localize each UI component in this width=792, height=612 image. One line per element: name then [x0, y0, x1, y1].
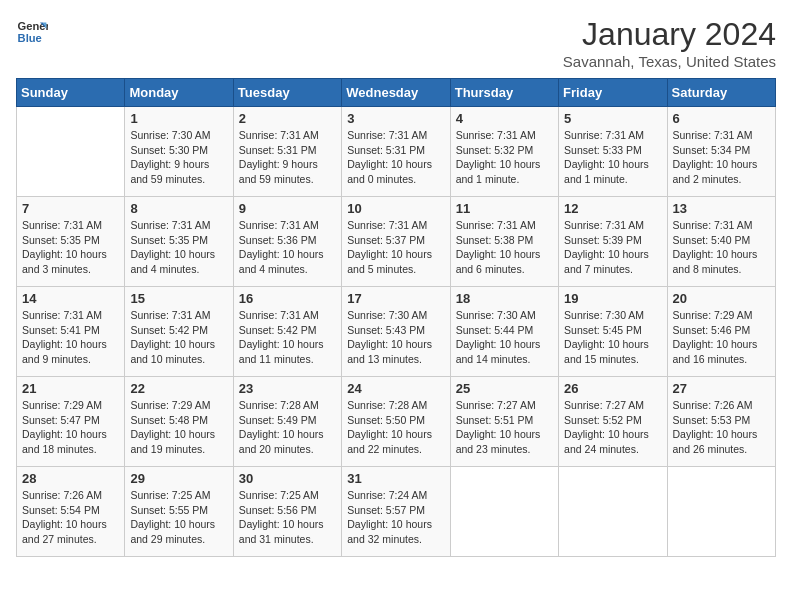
week-row-3: 14Sunrise: 7:31 AMSunset: 5:41 PMDayligh…: [17, 287, 776, 377]
calendar-cell: 22Sunrise: 7:29 AMSunset: 5:48 PMDayligh…: [125, 377, 233, 467]
calendar-cell: 30Sunrise: 7:25 AMSunset: 5:56 PMDayligh…: [233, 467, 341, 557]
calendar-cell: 17Sunrise: 7:30 AMSunset: 5:43 PMDayligh…: [342, 287, 450, 377]
day-number: 29: [130, 471, 227, 486]
header-row: SundayMondayTuesdayWednesdayThursdayFrid…: [17, 79, 776, 107]
day-info: Sunrise: 7:29 AMSunset: 5:48 PMDaylight:…: [130, 398, 227, 457]
calendar-cell: 26Sunrise: 7:27 AMSunset: 5:52 PMDayligh…: [559, 377, 667, 467]
title-section: January 2024 Savannah, Texas, United Sta…: [563, 16, 776, 70]
day-number: 23: [239, 381, 336, 396]
day-info: Sunrise: 7:29 AMSunset: 5:46 PMDaylight:…: [673, 308, 770, 367]
day-header-monday: Monday: [125, 79, 233, 107]
week-row-4: 21Sunrise: 7:29 AMSunset: 5:47 PMDayligh…: [17, 377, 776, 467]
day-number: 17: [347, 291, 444, 306]
day-info: Sunrise: 7:31 AMSunset: 5:31 PMDaylight:…: [347, 128, 444, 187]
calendar-cell: 29Sunrise: 7:25 AMSunset: 5:55 PMDayligh…: [125, 467, 233, 557]
day-info: Sunrise: 7:31 AMSunset: 5:36 PMDaylight:…: [239, 218, 336, 277]
logo-icon: General Blue: [16, 16, 48, 48]
calendar-cell: 31Sunrise: 7:24 AMSunset: 5:57 PMDayligh…: [342, 467, 450, 557]
day-info: Sunrise: 7:31 AMSunset: 5:42 PMDaylight:…: [239, 308, 336, 367]
calendar-cell: 16Sunrise: 7:31 AMSunset: 5:42 PMDayligh…: [233, 287, 341, 377]
svg-text:Blue: Blue: [18, 32, 42, 44]
calendar-cell: 4Sunrise: 7:31 AMSunset: 5:32 PMDaylight…: [450, 107, 558, 197]
page-container: General Blue January 2024 Savannah, Texa…: [16, 16, 776, 557]
day-number: 6: [673, 111, 770, 126]
day-number: 24: [347, 381, 444, 396]
calendar-cell: 6Sunrise: 7:31 AMSunset: 5:34 PMDaylight…: [667, 107, 775, 197]
day-info: Sunrise: 7:31 AMSunset: 5:35 PMDaylight:…: [22, 218, 119, 277]
calendar-cell: [667, 467, 775, 557]
week-row-2: 7Sunrise: 7:31 AMSunset: 5:35 PMDaylight…: [17, 197, 776, 287]
header: General Blue January 2024 Savannah, Texa…: [16, 16, 776, 70]
day-info: Sunrise: 7:31 AMSunset: 5:38 PMDaylight:…: [456, 218, 553, 277]
day-number: 11: [456, 201, 553, 216]
calendar-cell: 7Sunrise: 7:31 AMSunset: 5:35 PMDaylight…: [17, 197, 125, 287]
day-info: Sunrise: 7:31 AMSunset: 5:33 PMDaylight:…: [564, 128, 661, 187]
day-number: 1: [130, 111, 227, 126]
calendar-cell: 11Sunrise: 7:31 AMSunset: 5:38 PMDayligh…: [450, 197, 558, 287]
day-info: Sunrise: 7:27 AMSunset: 5:51 PMDaylight:…: [456, 398, 553, 457]
day-number: 9: [239, 201, 336, 216]
day-info: Sunrise: 7:31 AMSunset: 5:41 PMDaylight:…: [22, 308, 119, 367]
day-number: 27: [673, 381, 770, 396]
day-number: 4: [456, 111, 553, 126]
day-number: 8: [130, 201, 227, 216]
calendar-cell: 3Sunrise: 7:31 AMSunset: 5:31 PMDaylight…: [342, 107, 450, 197]
day-number: 31: [347, 471, 444, 486]
calendar-title: January 2024: [563, 16, 776, 53]
day-info: Sunrise: 7:31 AMSunset: 5:31 PMDaylight:…: [239, 128, 336, 187]
calendar-cell: 14Sunrise: 7:31 AMSunset: 5:41 PMDayligh…: [17, 287, 125, 377]
day-info: Sunrise: 7:31 AMSunset: 5:35 PMDaylight:…: [130, 218, 227, 277]
day-info: Sunrise: 7:31 AMSunset: 5:32 PMDaylight:…: [456, 128, 553, 187]
calendar-cell: 21Sunrise: 7:29 AMSunset: 5:47 PMDayligh…: [17, 377, 125, 467]
day-number: 2: [239, 111, 336, 126]
day-info: Sunrise: 7:26 AMSunset: 5:54 PMDaylight:…: [22, 488, 119, 547]
day-info: Sunrise: 7:25 AMSunset: 5:56 PMDaylight:…: [239, 488, 336, 547]
day-info: Sunrise: 7:29 AMSunset: 5:47 PMDaylight:…: [22, 398, 119, 457]
day-number: 22: [130, 381, 227, 396]
day-header-thursday: Thursday: [450, 79, 558, 107]
calendar-cell: 25Sunrise: 7:27 AMSunset: 5:51 PMDayligh…: [450, 377, 558, 467]
calendar-cell: 8Sunrise: 7:31 AMSunset: 5:35 PMDaylight…: [125, 197, 233, 287]
day-header-sunday: Sunday: [17, 79, 125, 107]
day-number: 19: [564, 291, 661, 306]
day-number: 16: [239, 291, 336, 306]
day-info: Sunrise: 7:30 AMSunset: 5:44 PMDaylight:…: [456, 308, 553, 367]
day-number: 20: [673, 291, 770, 306]
day-number: 7: [22, 201, 119, 216]
day-info: Sunrise: 7:30 AMSunset: 5:45 PMDaylight:…: [564, 308, 661, 367]
calendar-cell: 9Sunrise: 7:31 AMSunset: 5:36 PMDaylight…: [233, 197, 341, 287]
calendar-cell: [17, 107, 125, 197]
calendar-subtitle: Savannah, Texas, United States: [563, 53, 776, 70]
day-number: 10: [347, 201, 444, 216]
calendar-cell: 27Sunrise: 7:26 AMSunset: 5:53 PMDayligh…: [667, 377, 775, 467]
calendar-table: SundayMondayTuesdayWednesdayThursdayFrid…: [16, 78, 776, 557]
day-number: 26: [564, 381, 661, 396]
day-info: Sunrise: 7:31 AMSunset: 5:39 PMDaylight:…: [564, 218, 661, 277]
day-number: 13: [673, 201, 770, 216]
calendar-cell: 5Sunrise: 7:31 AMSunset: 5:33 PMDaylight…: [559, 107, 667, 197]
day-number: 3: [347, 111, 444, 126]
day-number: 14: [22, 291, 119, 306]
calendar-cell: 13Sunrise: 7:31 AMSunset: 5:40 PMDayligh…: [667, 197, 775, 287]
calendar-cell: 23Sunrise: 7:28 AMSunset: 5:49 PMDayligh…: [233, 377, 341, 467]
calendar-cell: 24Sunrise: 7:28 AMSunset: 5:50 PMDayligh…: [342, 377, 450, 467]
calendar-cell: 18Sunrise: 7:30 AMSunset: 5:44 PMDayligh…: [450, 287, 558, 377]
day-header-saturday: Saturday: [667, 79, 775, 107]
day-number: 5: [564, 111, 661, 126]
svg-text:General: General: [18, 20, 48, 32]
day-info: Sunrise: 7:28 AMSunset: 5:49 PMDaylight:…: [239, 398, 336, 457]
day-info: Sunrise: 7:31 AMSunset: 5:37 PMDaylight:…: [347, 218, 444, 277]
day-number: 28: [22, 471, 119, 486]
day-info: Sunrise: 7:25 AMSunset: 5:55 PMDaylight:…: [130, 488, 227, 547]
day-number: 25: [456, 381, 553, 396]
day-info: Sunrise: 7:26 AMSunset: 5:53 PMDaylight:…: [673, 398, 770, 457]
day-info: Sunrise: 7:31 AMSunset: 5:42 PMDaylight:…: [130, 308, 227, 367]
day-info: Sunrise: 7:31 AMSunset: 5:34 PMDaylight:…: [673, 128, 770, 187]
day-info: Sunrise: 7:28 AMSunset: 5:50 PMDaylight:…: [347, 398, 444, 457]
calendar-cell: 10Sunrise: 7:31 AMSunset: 5:37 PMDayligh…: [342, 197, 450, 287]
calendar-cell: [450, 467, 558, 557]
day-info: Sunrise: 7:24 AMSunset: 5:57 PMDaylight:…: [347, 488, 444, 547]
day-number: 18: [456, 291, 553, 306]
day-header-tuesday: Tuesday: [233, 79, 341, 107]
day-header-wednesday: Wednesday: [342, 79, 450, 107]
